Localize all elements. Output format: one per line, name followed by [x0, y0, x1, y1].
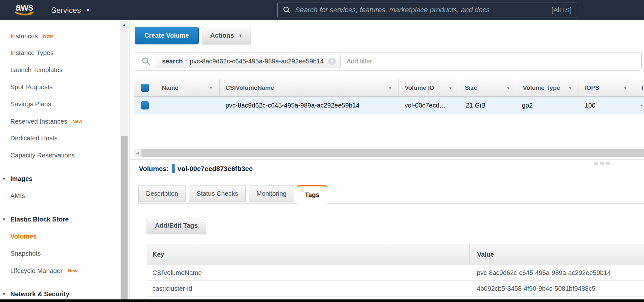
sidebar-item[interactable]: ▼ Launch Templates	[0, 61, 129, 79]
volume-table-row[interactable]: pvc-8ac9d62c-c645-495a-989a-ac292ee59b14…	[134, 97, 644, 114]
sort-arrow-icon[interactable]: ▼	[506, 86, 510, 90]
add-edit-tags-label: Add/Edit Tags	[155, 222, 198, 229]
sidebar-item-label: Savings Plans	[10, 100, 51, 108]
detail-tab[interactable]: Tags	[297, 185, 327, 205]
cell-volume-id: vol-00c7ecd…	[399, 97, 459, 114]
sidebar-item-label: Capacity Reservations	[10, 152, 75, 159]
search-placeholder-text: Search for services, features, marketpla…	[295, 6, 490, 14]
tab-label: Status Checks	[197, 190, 238, 197]
filter-tag-name: search	[162, 58, 183, 65]
sidebar-item-label: Volumes	[10, 233, 37, 240]
column-header[interactable]: T ▼	[634, 79, 644, 96]
sidebar-item[interactable]: ▼ InstancesNew	[0, 27, 129, 44]
sidebar-item[interactable]: ▼ Snapshots	[0, 245, 129, 262]
section-caret-down-icon: ▼	[2, 286, 6, 299]
sidebar-item-label: Lifecycle Manager	[10, 267, 62, 274]
aws-smile-icon	[15, 11, 35, 17]
selected-volume-id: vol-00c7ecd873c6fb3ec	[178, 165, 253, 173]
sidebar-item-label: Instances	[10, 33, 38, 40]
column-header-label: T	[640, 84, 644, 91]
row-checkbox[interactable]	[141, 101, 149, 109]
horizontal-scrollbar-thumb[interactable]	[141, 149, 644, 157]
sidebar-item-label: Launch Templates	[10, 66, 62, 73]
ec2-sidebar: ▼ InstancesNew ▼ Instance Types ▼ Launch…	[0, 20, 130, 299]
sidebar-item-label: AMIs	[10, 192, 25, 199]
sidebar-item[interactable]: ▼ Dedicated Hosts	[0, 130, 129, 147]
actions-button[interactable]: Actions ▼	[202, 27, 251, 44]
sort-arrow-icon[interactable]: ▼	[448, 86, 452, 90]
tags-key-header: Key	[147, 244, 469, 265]
tags-table-header: Key Value	[147, 244, 644, 265]
sidebar-item[interactable]: ▼ Savings Plans	[0, 96, 129, 113]
search-filter-tag[interactable]: search : pvc-8ac9d62c-c645-495a-989a-ac2…	[156, 55, 341, 68]
section-caret-down-icon: ▼	[2, 170, 6, 187]
services-menu-label: Services	[51, 6, 81, 15]
sidebar-item[interactable]: ▼ Capacity Reservations	[0, 147, 129, 164]
horizontal-scrollbar[interactable]: ◀	[134, 149, 644, 157]
sidebar-item[interactable]: ▼ Lifecycle ManagerNew	[0, 262, 129, 279]
cell-iops: 100	[579, 97, 634, 114]
toolbar: Create Volume Actions ▼	[135, 27, 251, 44]
caret-down-icon: ▼	[86, 8, 90, 13]
sidebar-item[interactable]: ▼ Reserved InstancesNew	[0, 113, 129, 130]
aws-logo[interactable]: aws	[15, 3, 35, 17]
sidebar-item[interactable]: ▼ Elastic Block Store	[0, 211, 129, 228]
column-header[interactable]: Volume Type ▼	[517, 79, 579, 96]
column-header[interactable]: Volume ID ▼	[399, 79, 459, 96]
cell-csi-volume-name: pvc-8ac9d62c-c645-495a-989a-ac292ee59b14	[220, 97, 399, 114]
sidebar-nav-list: ▼ InstancesNew ▼ Instance Types ▼ Launch…	[0, 20, 129, 299]
sidebar-scrollbar-thumb[interactable]	[121, 136, 128, 299]
column-header-label: Volume Type	[523, 84, 560, 91]
create-volume-button[interactable]: Create Volume	[135, 27, 199, 44]
detail-title-label: Volumes:	[139, 165, 169, 173]
add-edit-tags-button[interactable]: Add/Edit Tags	[147, 217, 206, 234]
global-search-input[interactable]: Search for services, features, marketpla…	[277, 3, 577, 17]
sort-arrow-icon[interactable]: ▼	[568, 86, 572, 90]
tag-value-cell: 4b092cb5-3458-4f90-9b4c-5081bf9488c5	[469, 281, 644, 296]
main-content: Create Volume Actions ▼ search : pvc-8ac…	[130, 20, 644, 299]
services-menu[interactable]: Services ▼	[51, 0, 90, 20]
remove-filter-icon[interactable]: ×	[328, 58, 336, 65]
resize-dot	[594, 162, 598, 165]
add-filter-button[interactable]: Add filter	[347, 58, 372, 65]
sidebar-item[interactable]: ▼ Instance Types	[0, 44, 129, 61]
column-header[interactable]: Name ▼	[156, 79, 220, 96]
sort-arrow-icon[interactable]: ▼	[623, 86, 627, 90]
tab-label: Description	[146, 190, 178, 197]
detail-tab[interactable]: Status Checks	[189, 185, 246, 202]
tag-row: cast:cluster-id 4b092cb5-3458-4f90-9b4c-…	[147, 281, 644, 297]
sidebar-item[interactable]: ▼ Network & Security	[0, 286, 129, 299]
search-icon	[283, 6, 291, 14]
tab-label: Tags	[305, 191, 319, 198]
filter-bar[interactable]: search : pvc-8ac9d62c-c645-495a-989a-ac2…	[134, 52, 642, 71]
tag-row: CSIVolumeName pvc-8ac9d62c-c645-495a-989…	[147, 265, 644, 281]
column-header[interactable]: Size ▼	[459, 79, 517, 96]
select-all-checkbox[interactable]	[141, 84, 149, 92]
filter-tag-separator: :	[186, 58, 187, 65]
sidebar-scrollbar[interactable]: ▲	[120, 20, 128, 299]
sidebar-item-label: Reserved Instances	[10, 118, 67, 125]
detail-pane-header: Volumes: vol-00c7ecd873c6fb3ec	[139, 164, 253, 173]
new-badge: New	[68, 268, 78, 273]
ec2-console-page: aws Services ▼ Search for services, feat…	[0, 0, 644, 302]
sort-arrow-icon[interactable]: ▼	[209, 86, 213, 90]
scroll-up-button[interactable]: ▲	[120, 21, 128, 29]
sort-arrow-icon[interactable]: ▼	[388, 86, 392, 90]
detail-tab[interactable]: Description	[138, 185, 186, 202]
sidebar-item[interactable]: ▼ Images	[0, 170, 129, 187]
tags-value-header: Value	[469, 244, 644, 265]
column-header-label: Volume ID	[405, 84, 434, 91]
tab-label: Monitoring	[256, 190, 286, 197]
column-header[interactable]: IOPS ▼	[579, 79, 634, 96]
sidebar-item[interactable]: ▼ Spot Requests	[0, 79, 129, 96]
pane-resize-handle[interactable]	[592, 162, 610, 165]
scroll-left-button[interactable]: ◀	[134, 149, 141, 157]
screenshot-bottom-border	[0, 299, 644, 302]
sidebar-item[interactable]: ▼ AMIs	[0, 187, 129, 204]
aws-logo-text: aws	[15, 3, 35, 12]
cell-name	[156, 97, 220, 114]
sidebar-item[interactable]: ▼ Volumes	[0, 228, 129, 245]
sidebar-item-label: Elastic Block Store	[10, 216, 69, 223]
detail-tab[interactable]: Monitoring	[249, 185, 294, 202]
column-header[interactable]: CSIVolumeName ▼	[220, 79, 399, 96]
